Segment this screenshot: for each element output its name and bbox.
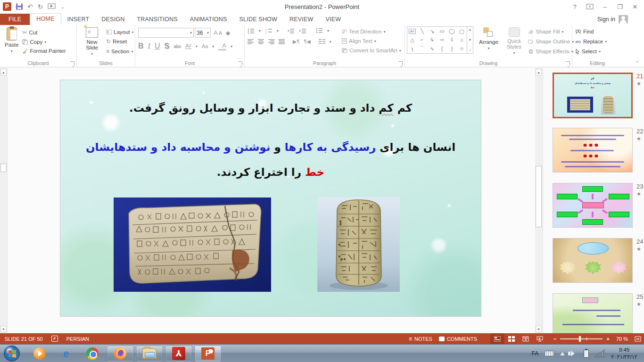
thumbnails-scrollbar-thumb[interactable] <box>536 166 542 227</box>
copy-button[interactable]: Copy ▾ <box>21 38 66 46</box>
thumbnail-slide-21[interactable]: کم نوشتن و محاسبه داد و ستدهایشان خط 21 … <box>553 73 633 118</box>
shape-scribble-icon[interactable]: ʅ <box>412 46 413 51</box>
shape-right-arrow-icon[interactable]: ⇨ <box>440 37 444 43</box>
reading-view-button[interactable] <box>519 333 533 344</box>
quick-styles-button[interactable]: Quick Styles ▾ <box>504 26 524 56</box>
bullets-icon[interactable] <box>248 28 254 33</box>
justify-icon[interactable] <box>279 39 285 44</box>
thumbnail-slide-22[interactable]: 22 ★ <box>553 128 633 173</box>
layout-button[interactable]: Layout ▾ <box>105 28 135 36</box>
shapes-gallery[interactable]: A≡ ╲ ↘ ▭ ◯ ▢ △ ⌐ ↳ ⇨ ⇩ ⌂ ʅ ⌒ ∿ <box>407 26 467 54</box>
undo-icon[interactable]: ↶ <box>27 3 33 10</box>
close-icon[interactable]: ✕ <box>628 1 642 12</box>
shape-star-icon[interactable]: ☆ <box>460 46 464 52</box>
taskbar-acrobat-button[interactable]: ⅄ <box>165 346 192 362</box>
zoom-level[interactable]: 70 % <box>616 336 628 342</box>
notes-button[interactable]: ≡ NOTES <box>409 336 432 342</box>
language-indicator[interactable]: PERSIAN <box>66 336 89 342</box>
replace-button[interactable]: ab Replace ▾ <box>574 38 620 45</box>
tab-home[interactable]: HOME <box>30 13 61 25</box>
zoom-out-icon[interactable]: − <box>553 336 556 342</box>
thumbnail-slide-25[interactable]: 25 ★ <box>553 293 633 333</box>
powerpoint-logo-icon[interactable]: P <box>3 2 11 11</box>
keyboard-layout-icon[interactable] <box>545 351 554 356</box>
cut-button[interactable]: ✂ Cut <box>21 28 66 37</box>
new-slide-button[interactable]: New Slide ▾ <box>79 26 105 57</box>
font-color-dropdown-icon[interactable]: ▾ <box>231 44 232 49</box>
tab-design[interactable]: DESIGN <box>95 14 131 25</box>
shape-triangle-icon[interactable]: △ <box>410 37 414 43</box>
spellcheck-icon[interactable]: ✗ <box>51 336 58 342</box>
font-name-combobox[interactable]: ▾ <box>138 28 194 38</box>
minimize-icon[interactable]: – <box>598 1 612 12</box>
restore-icon[interactable]: ❐ <box>613 1 627 12</box>
shapes-scroll-up-icon[interactable]: ▲ <box>469 28 472 31</box>
italic-icon[interactable]: I <box>148 42 150 50</box>
slide-counter[interactable]: SLIDE 21 OF 50 <box>5 336 43 342</box>
format-painter-button[interactable]: Format Painter <box>21 47 66 55</box>
save-icon[interactable] <box>16 3 23 10</box>
align-right-icon[interactable] <box>268 39 274 44</box>
shape-elbow-arrow-icon[interactable]: ↳ <box>430 37 434 43</box>
tab-insert[interactable]: INSERT <box>61 14 96 25</box>
paragraph-dialog-launcher-icon[interactable] <box>398 61 403 66</box>
clear-formatting-icon[interactable]: ◆ <box>223 30 230 36</box>
find-button[interactable]: Find <box>574 28 620 35</box>
taskbar-powerpoint-button[interactable]: P <box>195 346 221 362</box>
shapes-more-icon[interactable]: ▿ <box>469 49 471 52</box>
slide-text-line2[interactable]: انسان ها برای رسیدگی به کارها و نوشتن و … <box>60 141 481 153</box>
ribbon-display-options-icon[interactable] <box>583 1 597 12</box>
select-dropdown-icon[interactable]: ▾ <box>599 49 601 54</box>
clock[interactable]: 9:45 ۲۰۲۱/۲۲/۱۲ <box>611 346 637 361</box>
paste-button[interactable]: Paste ▾ <box>2 26 21 55</box>
section-button[interactable]: ≡ Section ▾ <box>105 47 135 56</box>
decrease-indent-icon[interactable] <box>287 28 294 33</box>
font-size-dropdown-icon[interactable]: ▾ <box>207 31 209 35</box>
underline-icon[interactable]: U <box>155 42 160 50</box>
clay-tablet-image-right[interactable] <box>317 197 400 292</box>
grow-font-icon[interactable]: A <box>212 29 218 36</box>
shape-curve-icon[interactable]: ∿ <box>430 46 434 52</box>
shape-fill-button[interactable]: Shape Fill ▾ <box>527 28 575 35</box>
slide-sorter-view-button[interactable] <box>504 333 519 344</box>
thumbnails-scroll-down-icon[interactable]: ▼ <box>536 326 542 332</box>
font-size-combobox[interactable]: 36 ▾ <box>195 28 211 38</box>
numbering-dropdown-icon[interactable]: ▾ <box>277 29 279 33</box>
shape-textbox-icon[interactable]: A≡ <box>409 29 415 34</box>
convert-smartart-button[interactable]: Convert to SmartArt ▾ <box>341 47 402 54</box>
tab-animations[interactable]: ANIMATIONS <box>184 14 233 25</box>
convert-smartart-dropdown-icon[interactable]: ▾ <box>399 49 401 53</box>
taskbar-internet-explorer-icon[interactable]: e <box>58 346 74 361</box>
editor-scroll-up-icon[interactable]: ▲ <box>0 69 7 75</box>
shape-down-arrow-icon[interactable]: ⇩ <box>450 37 454 43</box>
shape-rectangle-icon[interactable]: ▭ <box>439 28 444 34</box>
thumbnail-slide-23[interactable]: 23 ★ <box>553 183 633 228</box>
quick-styles-dropdown-icon[interactable]: ▾ <box>513 51 515 55</box>
text-direction-button[interactable]: A Text Direction ▾ <box>341 28 402 35</box>
arrange-dropdown-icon[interactable]: ▾ <box>487 46 489 50</box>
layout-dropdown-icon[interactable]: ▾ <box>132 30 134 34</box>
drawing-dialog-launcher-icon[interactable] <box>566 61 570 66</box>
thumbnail-slide-24[interactable]: 24 ★ <box>553 238 633 283</box>
thumbnails-scrollbar[interactable]: ▲ ▼ <box>535 68 543 333</box>
shape-left-brace-icon[interactable]: { <box>441 46 443 51</box>
align-text-button[interactable]: Align Text ▾ <box>341 37 402 45</box>
zoom-in-icon[interactable]: + <box>606 336 609 342</box>
shrink-font-icon[interactable]: A <box>219 30 222 36</box>
align-text-dropdown-icon[interactable]: ▾ <box>374 39 376 43</box>
text-shadow-icon[interactable]: S <box>164 42 169 50</box>
sign-in[interactable]: Sign in <box>597 15 628 24</box>
character-spacing-dropdown-icon[interactable]: ▾ <box>196 44 198 49</box>
slideshow-view-button[interactable] <box>533 333 547 344</box>
bold-icon[interactable]: B <box>138 42 144 50</box>
help-icon[interactable]: ? <box>568 1 582 12</box>
line-spacing-dropdown-icon[interactable]: ▾ <box>327 29 329 33</box>
text-direction-dropdown-icon[interactable]: ▾ <box>384 30 386 34</box>
shape-right-brace-icon[interactable]: } <box>451 46 453 51</box>
align-center-icon[interactable] <box>258 39 264 44</box>
shape-elbow-connector-icon[interactable]: ⌐ <box>421 37 423 42</box>
columns-dropdown-icon[interactable]: ▾ <box>330 40 331 44</box>
editor-scrollbar[interactable]: ▲ ▼ <box>0 68 8 333</box>
tab-review[interactable]: REVIEW <box>283 14 320 25</box>
change-case-icon[interactable]: Aa <box>202 43 208 49</box>
